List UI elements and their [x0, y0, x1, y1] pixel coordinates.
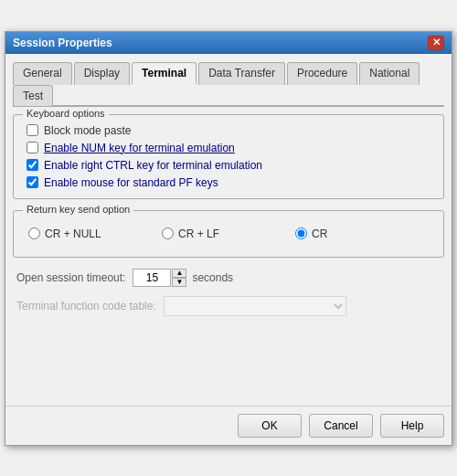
checkbox-mouse-pf-row: Enable mouse for standard PF keys — [27, 176, 434, 189]
tab-general[interactable]: General — [13, 62, 72, 85]
timeout-row: Open session timeout: ▲ ▼ seconds — [13, 269, 444, 287]
window-content: General Display Terminal Data Transfer P… — [5, 54, 452, 406]
close-button[interactable]: ✕ — [428, 36, 444, 50]
cr-null-radio[interactable] — [28, 227, 40, 239]
ok-button[interactable]: OK — [238, 414, 302, 438]
block-mode-label[interactable]: Block mode paste — [44, 124, 131, 137]
checkbox-num-key-row: Enable NUM key for terminal emulation — [27, 142, 434, 154]
keyboard-options-group: Keyboard options Block mode paste Enable… — [13, 114, 444, 199]
cr-label[interactable]: CR — [312, 227, 327, 240]
cancel-button[interactable]: Cancel — [309, 414, 373, 438]
window-title: Session Properties — [13, 37, 112, 49]
empty-area — [13, 325, 444, 398]
checkbox-ctrl-key-row: Enable right CTRL key for terminal emula… — [27, 159, 434, 172]
ctrl-key-label[interactable]: Enable right CTRL key for terminal emula… — [44, 159, 262, 172]
radio-cr-row: CR — [295, 227, 429, 240]
cr-radio[interactable] — [295, 227, 307, 239]
cr-lf-radio[interactable] — [162, 227, 174, 239]
return-key-group: Return key send option CR + NULL CR + LF… — [13, 210, 444, 258]
ctrl-key-checkbox[interactable] — [27, 159, 38, 171]
radio-group: CR + NULL CR + LF CR — [23, 220, 434, 248]
tab-data-transfer[interactable]: Data Transfer — [198, 62, 285, 85]
num-key-checkbox[interactable] — [27, 142, 38, 153]
mouse-pf-label[interactable]: Enable mouse for standard PF keys — [44, 176, 218, 189]
radio-cr-null-row: CR + NULL — [28, 227, 162, 240]
seconds-label: seconds — [192, 271, 233, 284]
return-key-label: Return key send option — [23, 204, 133, 215]
mouse-pf-checkbox[interactable] — [27, 176, 38, 188]
radio-cr-lf-row: CR + LF — [162, 227, 295, 240]
timeout-label: Open session timeout: — [16, 271, 125, 284]
checkbox-block-mode-row: Block mode paste — [27, 124, 434, 137]
tab-national[interactable]: National — [359, 62, 420, 85]
timeout-increment[interactable]: ▲ — [172, 269, 186, 278]
tab-test[interactable]: Test — [13, 85, 53, 106]
timeout-spinner: ▲ ▼ — [172, 269, 186, 287]
button-bar: OK Cancel Help — [5, 406, 452, 445]
help-button[interactable]: Help — [380, 414, 444, 438]
function-code-select — [164, 296, 346, 316]
timeout-input[interactable] — [133, 269, 171, 287]
function-code-label: Terminal function code table: — [16, 300, 156, 312]
num-key-label[interactable]: Enable NUM key for terminal emulation — [44, 142, 235, 154]
session-properties-window: Session Properties ✕ General Display Ter… — [5, 31, 452, 446]
block-mode-checkbox[interactable] — [27, 124, 38, 136]
cr-lf-label[interactable]: CR + LF — [178, 227, 219, 240]
title-bar: Session Properties ✕ — [5, 32, 452, 54]
timeout-decrement[interactable]: ▼ — [172, 278, 186, 287]
tab-terminal[interactable]: Terminal — [132, 62, 197, 85]
tab-bar: General Display Terminal Data Transfer P… — [13, 61, 444, 107]
tab-display[interactable]: Display — [74, 62, 130, 85]
keyboard-options-label: Keyboard options — [23, 108, 109, 119]
cr-null-label[interactable]: CR + NULL — [45, 227, 101, 240]
function-code-row: Terminal function code table: — [13, 296, 444, 316]
tab-procedure[interactable]: Procedure — [287, 62, 357, 85]
